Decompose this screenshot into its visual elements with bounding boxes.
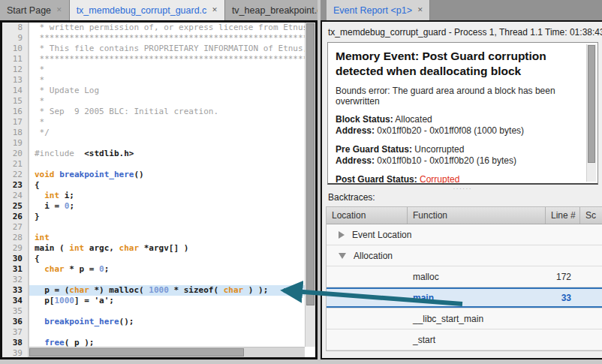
line-number[interactable]: 31: [2, 264, 28, 275]
editor-vertical-scrollbar[interactable]: [305, 23, 315, 347]
line-number[interactable]: 32: [2, 275, 28, 285]
editor-tab-bar: Start Page✕tx_memdebug_corrupt_guard.c✕t…: [0, 0, 318, 20]
report-tab-bar: Event Report <p1> ✕: [321, 0, 602, 20]
code-line: free( p );: [29, 338, 305, 347]
memory-box-scrollbar[interactable]: [586, 44, 596, 182]
code-line: #include <stdlib.h>: [29, 149, 305, 159]
code-line: *: [29, 75, 305, 86]
tab-start-page[interactable]: Start Page✕: [0, 0, 70, 20]
code-line: main ( int argc, char *argv[] ): [29, 243, 305, 254]
tab-event-report[interactable]: Event Report <p1> ✕: [327, 0, 430, 20]
code-token: char: [224, 285, 244, 295]
line-number[interactable]: 25: [2, 201, 28, 212]
code-token: char: [69, 285, 89, 295]
memory-event-fields: Block Status: AllocatedAddress: 0x01ff0b…: [336, 114, 579, 185]
splitter-handle[interactable]: ......: [322, 185, 602, 191]
code-line: *: [29, 96, 305, 107]
column-header-sc[interactable]: Sc: [580, 207, 602, 224]
tab-label: tx_memdebug_corrupt_guard.c: [77, 5, 207, 16]
line-number[interactable]: 22: [2, 170, 28, 180]
line-number[interactable]: 35: [2, 306, 28, 317]
column-header-function[interactable]: Function: [408, 207, 546, 224]
line-number[interactable]: 8: [2, 23, 28, 33]
line-number[interactable]: 26: [2, 212, 28, 222]
code-token: ;: [104, 264, 110, 274]
tab-tx-memdebug-corrupt-guard-c[interactable]: tx_memdebug_corrupt_guard.c✕: [70, 0, 225, 20]
line-number[interactable]: 17: [2, 117, 28, 128]
vertical-scrollbar-thumb[interactable]: [306, 23, 315, 305]
code-line: [29, 159, 305, 170]
code-token: [35, 338, 44, 347]
column-header-location[interactable]: Location: [327, 207, 408, 224]
expand-icon[interactable]: [339, 231, 345, 239]
line-number[interactable]: 37: [2, 327, 28, 338]
close-icon[interactable]: ✕: [417, 7, 423, 14]
line-number[interactable]: 36: [2, 317, 28, 327]
code-token: {: [35, 180, 40, 190]
line-number[interactable]: 39: [2, 348, 28, 357]
field-label: Block Status:: [336, 114, 393, 125]
backtrace-group-row[interactable]: Event Location: [327, 224, 602, 245]
code-line: int: [29, 233, 305, 243]
line-number[interactable]: 12: [2, 65, 28, 75]
horizontal-scrollbar-thumb[interactable]: [29, 348, 244, 356]
line-number[interactable]: 21: [2, 159, 28, 170]
line-number[interactable]: 10: [2, 44, 28, 54]
close-icon[interactable]: ✕: [212, 7, 218, 14]
tab-label: Event Report <p1>: [333, 5, 412, 16]
line-number[interactable]: 11: [2, 54, 28, 65]
collapse-icon[interactable]: [339, 253, 346, 259]
backtrace-group-row[interactable]: Allocation: [327, 245, 602, 266]
event-report-pane: Event Report <p1> ✕ tx_memdebug_corrupt_…: [321, 0, 602, 359]
line-number[interactable]: 24: [2, 191, 28, 201]
code-token: (): [134, 170, 143, 179]
line-number[interactable]: 23: [2, 180, 28, 191]
scrollbar-corner: [305, 347, 315, 357]
line-number[interactable]: 19: [2, 138, 28, 149]
code-token: 1000: [149, 285, 169, 295]
backtrace-row[interactable]: _start: [327, 329, 602, 350]
tab-label: Start Page: [7, 5, 51, 16]
code-line: *: [29, 117, 305, 128]
group-label: Allocation: [354, 251, 393, 261]
line-number[interactable]: 30: [2, 254, 28, 264]
code-token: [35, 264, 44, 274]
code-token: p = (: [35, 285, 69, 295]
backtraces-label: Backtraces:: [322, 191, 602, 206]
field-row: Block Status: Allocated: [336, 114, 579, 125]
field-group: Block Status: AllocatedAddress: 0x01ff0b…: [336, 114, 579, 137]
code-token: *: [35, 75, 44, 85]
memory-box-scrollbar-thumb[interactable]: [588, 45, 595, 163]
line-number[interactable]: 34: [2, 296, 28, 306]
code-token: *) malloc(: [89, 285, 149, 295]
column-header-line-[interactable]: Line #: [546, 207, 580, 224]
code-line: * Update Log: [29, 86, 305, 96]
code-token: * written permission of, or express lice…: [35, 23, 305, 32]
tab-tv-heap-breakpoint-c[interactable]: tv_heap_breakpoint.c✕: [225, 0, 318, 20]
code-token: <stdlib.h>: [74, 149, 134, 158]
line-number[interactable]: 18: [2, 128, 28, 138]
backtrace-row[interactable]: malloc172: [327, 266, 602, 287]
line-number[interactable]: 29: [2, 243, 28, 254]
line-number[interactable]: 27: [2, 222, 28, 233]
code-token: ;: [69, 201, 74, 211]
backtrace-row[interactable]: __libc_start_main: [327, 308, 602, 329]
backtrace-row-selected[interactable]: main33: [327, 287, 602, 308]
code-token: 0: [99, 264, 104, 274]
line-number[interactable]: 9: [2, 33, 28, 44]
code-line: ****************************************…: [29, 54, 305, 65]
line-number[interactable]: 20: [2, 149, 28, 159]
editor-horizontal-scrollbar[interactable]: [29, 347, 305, 357]
group-cell: Allocation: [327, 251, 602, 261]
line-number[interactable]: 38: [2, 338, 28, 348]
line-number[interactable]: 16: [2, 107, 28, 117]
code-token: int: [35, 233, 50, 242]
code-token: * p =: [65, 264, 99, 274]
close-icon[interactable]: ✕: [56, 7, 62, 14]
line-number[interactable]: 33: [2, 285, 28, 296]
line-number[interactable]: 13: [2, 75, 28, 86]
code-token: *: [35, 65, 44, 74]
line-number[interactable]: 14: [2, 86, 28, 96]
line-number[interactable]: 15: [2, 96, 28, 107]
line-number[interactable]: 28: [2, 233, 28, 243]
